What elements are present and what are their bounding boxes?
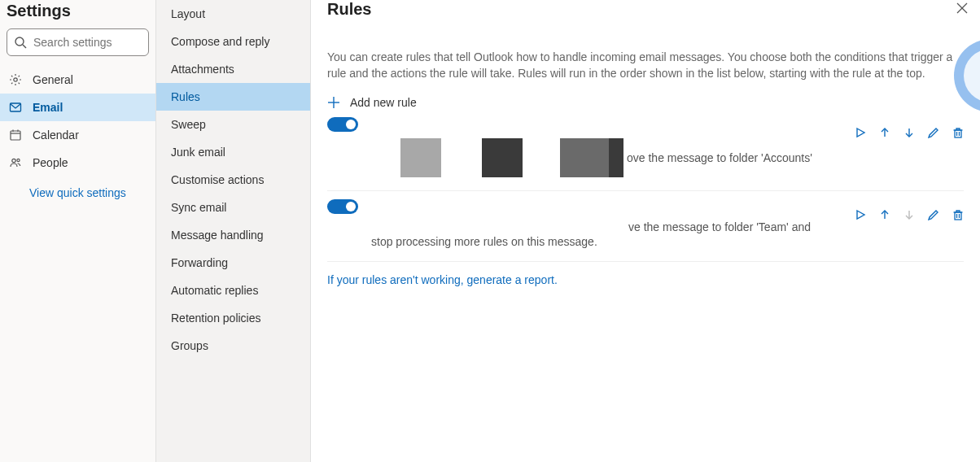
plus-icon xyxy=(327,96,340,109)
svg-point-0 xyxy=(15,37,24,46)
calendar-icon xyxy=(8,129,23,142)
search-box[interactable] xyxy=(7,28,149,56)
rule-toggle[interactable] xyxy=(327,199,358,214)
run-rule-button[interactable] xyxy=(855,127,866,138)
svg-point-8 xyxy=(12,159,15,162)
add-rule-label: Add new rule xyxy=(350,96,417,109)
rule-description: ve the message to folder 'Team' and xyxy=(628,220,964,233)
redacted-block xyxy=(609,138,623,177)
rule-description-cont: stop processing more rules on this messa… xyxy=(371,235,964,248)
view-quick-settings-link[interactable]: View quick settings xyxy=(0,177,155,199)
close-button[interactable] xyxy=(956,2,969,15)
edit-rule-button[interactable] xyxy=(928,127,939,138)
subnav-sync[interactable]: Sync email xyxy=(156,194,310,221)
sidebar-item-label: Email xyxy=(33,101,63,114)
sidebar-item-label: General xyxy=(33,73,73,86)
search-icon xyxy=(14,36,27,49)
sidebar-item-label: People xyxy=(33,156,68,169)
rule-toggle[interactable] xyxy=(327,117,358,132)
svg-rect-17 xyxy=(955,130,961,137)
svg-marker-14 xyxy=(857,129,864,137)
rules-intro-text: You can create rules that tell Outlook h… xyxy=(327,50,954,81)
sidebar-item-email[interactable]: Email xyxy=(0,94,155,121)
sidebar-item-general[interactable]: General xyxy=(0,66,155,94)
delete-rule-button[interactable] xyxy=(952,209,964,220)
email-subnav: Layout Compose and reply Attachments Rul… xyxy=(156,0,311,462)
sidebar-item-label: Calendar xyxy=(33,129,79,142)
edit-rule-button[interactable] xyxy=(928,209,939,220)
subnav-compose[interactable]: Compose and reply xyxy=(156,28,310,55)
gear-icon xyxy=(8,73,23,86)
svg-point-9 xyxy=(17,159,20,161)
subnav-sweep[interactable]: Sweep xyxy=(156,111,310,138)
search-input[interactable] xyxy=(33,36,148,49)
generate-report-link[interactable]: If your rules aren't working, generate a… xyxy=(327,273,558,286)
mail-icon xyxy=(8,101,23,114)
svg-marker-21 xyxy=(857,211,864,219)
svg-point-2 xyxy=(14,78,17,81)
subnav-junk[interactable]: Junk email xyxy=(156,138,310,166)
subnav-layout[interactable]: Layout xyxy=(156,0,310,28)
subnav-message-handling[interactable]: Message handling xyxy=(156,221,310,249)
svg-line-1 xyxy=(23,45,26,48)
rule-row: ove the message to folder 'Accounts' xyxy=(327,109,964,191)
rules-title: Rules xyxy=(327,0,964,19)
sidebar-item-people[interactable]: People xyxy=(0,149,155,177)
add-new-rule-button[interactable]: Add new rule xyxy=(327,96,964,109)
redacted-block xyxy=(400,138,441,177)
sidebar-item-calendar[interactable]: Calendar xyxy=(0,121,155,149)
subnav-forwarding[interactable]: Forwarding xyxy=(156,249,310,277)
svg-rect-24 xyxy=(955,212,961,220)
move-up-button[interactable] xyxy=(879,209,890,220)
subnav-rules[interactable]: Rules xyxy=(156,83,310,111)
subnav-automatic-replies[interactable]: Automatic replies xyxy=(156,277,310,304)
delete-rule-button[interactable] xyxy=(952,127,964,138)
subnav-customise[interactable]: Customise actions xyxy=(156,166,310,194)
move-up-button[interactable] xyxy=(879,127,890,138)
subnav-attachments[interactable]: Attachments xyxy=(156,55,310,83)
subnav-retention[interactable]: Retention policies xyxy=(156,304,310,332)
subnav-groups[interactable]: Groups xyxy=(156,332,310,360)
rule-description: ove the message to folder 'Accounts' xyxy=(627,151,812,164)
run-rule-button[interactable] xyxy=(855,209,866,220)
svg-rect-4 xyxy=(11,131,20,140)
move-down-button[interactable] xyxy=(903,127,915,138)
page-title: Settings xyxy=(0,0,155,28)
move-down-button xyxy=(903,209,915,220)
people-icon xyxy=(8,156,23,169)
redacted-block xyxy=(482,138,523,177)
redacted-block xyxy=(560,138,609,177)
settings-sidebar: Settings General Email Ca xyxy=(0,0,156,462)
rule-row: ve the message to folder 'Team' and stop… xyxy=(327,191,964,262)
rules-panel: Rules You can create rules that tell Out… xyxy=(311,0,980,462)
